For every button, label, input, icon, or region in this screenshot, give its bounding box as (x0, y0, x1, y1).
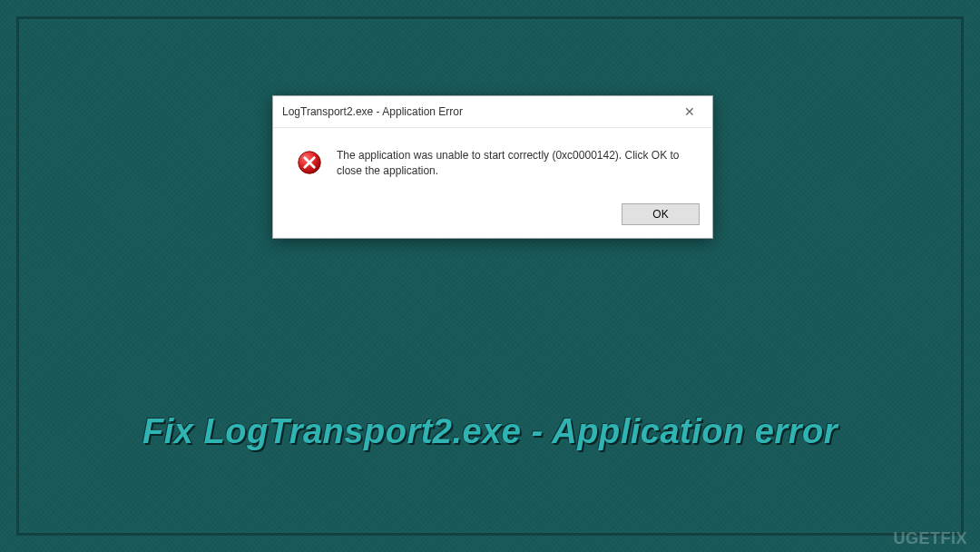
close-icon: ✕ (684, 104, 695, 119)
dialog-body: The application was unable to start corr… (273, 128, 712, 196)
ok-button[interactable]: OK (622, 203, 700, 225)
dialog-button-row: OK (273, 196, 712, 238)
close-button[interactable]: ✕ (674, 102, 705, 122)
error-icon (297, 150, 322, 175)
page-caption: Fix LogTransport2.exe - Application erro… (0, 412, 980, 451)
dialog-title: LogTransport2.exe - Application Error (282, 105, 463, 118)
error-dialog: LogTransport2.exe - Application Error ✕ … (272, 95, 713, 239)
watermark: UGETFIX (893, 529, 967, 548)
watermark-text: UGETFIX (893, 529, 967, 547)
backdrop-border (16, 16, 964, 536)
dialog-titlebar: LogTransport2.exe - Application Error ✕ (273, 96, 712, 128)
dialog-message: The application was unable to start corr… (337, 148, 694, 180)
